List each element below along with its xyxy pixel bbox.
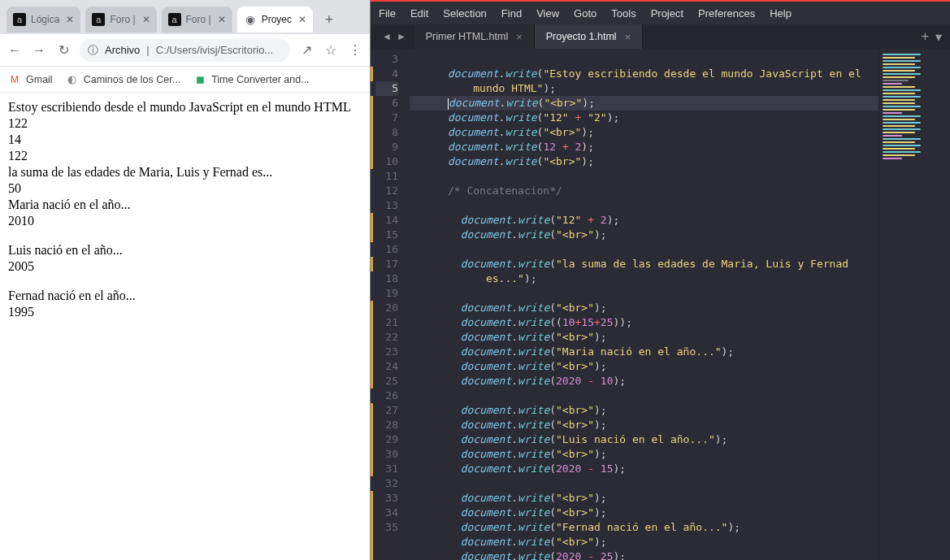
tab-nav-prev-icon[interactable]: ◄ [382,31,392,42]
line-number[interactable]: 25 [375,374,398,389]
line-number[interactable]: 34 [375,506,398,520]
code-line[interactable] [410,198,878,213]
menu-selection[interactable]: Selection [443,7,486,20]
editor-tab[interactable]: Primer HTML.html× [414,24,535,49]
reload-button[interactable]: ↻ [55,42,72,58]
menu-preferences[interactable]: Preferences [698,7,755,20]
browser-tab[interactable]: aForo |✕ [162,7,232,33]
menu-help[interactable]: Help [770,7,792,20]
code-line[interactable]: document.write("<br>"); [410,228,878,242]
bookmark-item[interactable]: MGmail [8,73,53,86]
line-number[interactable]: 8 [375,125,398,140]
browser-tab[interactable]: aLógica✕ [7,7,80,33]
line-number[interactable]: 5 [375,81,398,96]
code-line[interactable]: document.write("<br>"); [410,301,878,315]
code-line[interactable] [410,286,878,301]
close-icon[interactable]: ✕ [66,14,74,25]
browser-tab[interactable]: aForo |✕ [85,7,156,33]
line-number[interactable]: 13 [375,198,398,213]
code-line[interactable]: document.write("12" + "2"); [410,111,878,125]
code-line[interactable]: /* Concatenacion*/ [410,184,878,198]
code-line[interactable]: document.write("<br>"); [410,535,878,549]
line-number[interactable]: 7 [375,111,398,125]
new-tab-icon[interactable]: + [922,29,929,44]
line-number[interactable]: 30 [375,447,398,462]
code-line[interactable]: document.write("Maria nació en el año...… [410,345,878,359]
line-number[interactable]: 4 [375,67,398,81]
line-number[interactable]: 3 [375,52,398,67]
line-number[interactable]: 15 [375,228,398,242]
code-area[interactable]: document.write("Estoy escribiendo desde … [405,49,878,560]
forward-button[interactable]: → [31,43,47,58]
code-line[interactable]: document.write("Luis nació en el año..."… [410,432,878,447]
line-number[interactable]: 32 [375,476,398,491]
line-number[interactable]: 23 [375,345,398,359]
code-line[interactable] [410,242,878,257]
code-line[interactable]: document.write("<br>"); [410,418,878,432]
close-icon[interactable]: ✕ [298,14,306,25]
code-line[interactable]: document.write(2020 - 10); [410,374,878,389]
line-number[interactable]: 14 [375,213,398,228]
code-line[interactable] [410,52,878,67]
line-number[interactable]: 6 [375,96,398,111]
menu-edit[interactable]: Edit [410,7,428,20]
line-number[interactable]: 27 [375,403,398,418]
menu-project[interactable]: Project [651,7,683,20]
line-number[interactable]: 21 [375,315,398,330]
code-line[interactable]: document.write(12 + 2); [410,140,878,154]
code-line[interactable]: document.write("<br>"); [410,506,878,520]
line-number[interactable]: 9 [375,140,398,154]
code-line[interactable]: document.write("<br>"); [410,359,878,374]
line-number[interactable]: 19 [375,286,398,301]
bookmark-item[interactable]: ◼Time Converter and... [193,73,309,86]
code-line[interactable]: document.write("12" + 2); [410,213,878,228]
line-number[interactable]: 16 [375,242,398,257]
menu-view[interactable]: View [536,7,559,20]
share-icon[interactable]: ↗ [298,42,314,58]
line-number[interactable]: 10 [375,154,398,169]
bookmark-star-icon[interactable]: ☆ [323,42,339,58]
close-icon[interactable]: ✕ [142,14,150,25]
code-line[interactable]: document.write(2020 - 15); [410,462,878,476]
new-tab-button[interactable]: + [318,8,341,31]
code-line[interactable]: document.write("la suma de las edades de… [410,257,878,271]
close-icon[interactable]: ✕ [218,14,226,25]
code-line[interactable] [410,169,878,184]
code-line[interactable]: document.write("<br>"); [410,154,878,169]
code-line[interactable]: mundo HTML"); [410,81,878,96]
back-button[interactable]: ← [7,43,23,58]
close-icon[interactable]: × [625,31,631,43]
code-line[interactable]: document.write(2020 - 25); [410,549,878,560]
code-line[interactable] [410,389,878,403]
code-line[interactable]: document.write("Estoy escribiendo desde … [410,67,878,81]
code-line[interactable]: es..."); [410,271,878,286]
menu-tools[interactable]: Tools [611,7,636,20]
code-line[interactable]: document.write("Fernad nació en el año..… [410,520,878,535]
line-number[interactable]: 22 [375,330,398,345]
line-number[interactable]: 26 [375,389,398,403]
info-icon[interactable]: ⓘ [88,43,98,58]
line-number[interactable]: 35 [375,520,398,535]
code-line[interactable]: document.write("<br>"); [410,96,878,111]
menu-file[interactable]: File [379,7,396,20]
line-number[interactable]: 12 [375,184,398,198]
menu-icon[interactable]: ⋮ [347,42,363,58]
line-number[interactable]: 17 [375,257,398,271]
code-line[interactable]: document.write("<br>"); [410,447,878,462]
bookmark-item[interactable]: ◐Caminos de los Cer... [66,73,181,86]
code-line[interactable]: document.write((10+15+25)); [410,315,878,330]
line-gutter[interactable]: 3456789101112131415161718192021222324252… [375,49,405,560]
line-number[interactable]: 20 [375,301,398,315]
address-bar[interactable]: ⓘ Archivo | C:/Users/ivisj/Escritorio... [80,39,290,62]
tab-dropdown-icon[interactable]: ▾ [935,29,942,45]
tab-nav-next-icon[interactable]: ► [397,31,406,42]
code-line[interactable]: document.write("<br>"); [410,330,878,345]
code-line[interactable]: document.write("<br>"); [410,125,878,140]
minimap[interactable] [878,49,950,560]
line-number[interactable]: 28 [375,418,398,432]
line-number[interactable]: 33 [375,491,398,506]
line-number[interactable]: 11 [375,169,398,184]
browser-tab[interactable]: ◉Proyec✕ [237,7,313,33]
menu-find[interactable]: Find [501,7,522,20]
line-number[interactable]: 31 [375,462,398,476]
